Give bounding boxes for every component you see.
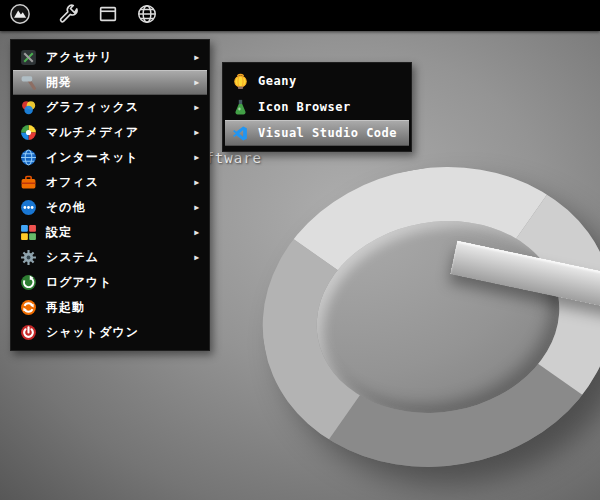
shutdown-icon [20, 324, 37, 341]
menu-item-label: グラフィックス [46, 99, 139, 116]
submenu-arrow-icon: ▶ [194, 228, 200, 237]
submenu-item-label: Geany [258, 74, 297, 88]
vscode-icon [232, 125, 249, 142]
menu-item-shutdown[interactable]: シャットダウン [13, 320, 207, 345]
menu-item-internet[interactable]: インターネット ▶ [13, 145, 207, 170]
submenu-arrow-icon: ▶ [194, 253, 200, 262]
development-submenu: Geany Icon Browser Visual Studio Code [222, 62, 412, 152]
menu-item-accessories[interactable]: アクセサリ ▶ [13, 45, 207, 70]
wrench-icon [58, 3, 80, 28]
development-icon [20, 74, 37, 91]
menu-item-label: ログアウト [46, 274, 112, 291]
menu-item-label: インターネット [46, 149, 139, 166]
menu-item-restart[interactable]: 再起動 [13, 295, 207, 320]
office-icon [20, 174, 37, 191]
g-emblem-ring [239, 140, 600, 495]
menu-item-label: アクセサリ [46, 49, 112, 66]
submenu-item-label: Visual Studio Code [258, 126, 397, 140]
menu-item-multimedia[interactable]: マルチメディア ▶ [13, 120, 207, 145]
accessories-icon [20, 49, 37, 66]
multimedia-icon [20, 124, 37, 141]
submenu-item-visual-studio-code[interactable]: Visual Studio Code [225, 120, 409, 146]
network-globe-button[interactable] [134, 3, 160, 29]
menu-item-logout[interactable]: ログアウト [13, 270, 207, 295]
submenu-item-icon-browser[interactable]: Icon Browser [225, 94, 409, 120]
submenu-arrow-icon: ▶ [194, 153, 200, 162]
submenu-arrow-icon: ▶ [194, 78, 200, 87]
app-menu-button[interactable] [7, 3, 33, 29]
geany-icon [232, 73, 249, 90]
submenu-arrow-icon: ▶ [194, 103, 200, 112]
submenu-item-geany[interactable]: Geany [225, 68, 409, 94]
menu-item-system[interactable]: システム ▶ [13, 245, 207, 270]
internet-icon [20, 149, 37, 166]
icon-browser-icon [232, 99, 249, 116]
settings-icon [20, 224, 37, 241]
menu-item-label: 再起動 [46, 299, 85, 316]
submenu-arrow-icon: ▶ [194, 53, 200, 62]
system-icon [20, 249, 37, 266]
taskbar [0, 0, 600, 31]
window-list-button[interactable] [95, 3, 121, 29]
tools-button[interactable] [56, 3, 82, 29]
menu-item-label: その他 [46, 199, 86, 216]
submenu-item-label: Icon Browser [258, 100, 351, 114]
menu-item-label: シャットダウン [46, 324, 139, 341]
menu-item-graphics[interactable]: グラフィックス ▶ [13, 95, 207, 120]
menu-item-settings[interactable]: 設定 ▶ [13, 220, 207, 245]
menu-item-others[interactable]: その他 ▶ [13, 195, 207, 220]
menu-item-label: 設定 [46, 224, 72, 241]
menu-item-label: マルチメディア [46, 124, 139, 141]
menu-item-label: システム [46, 249, 99, 266]
applications-menu: アクセサリ ▶ 開発 ▶ グラフィックス ▶ マルチメディア ▶ インターネット… [10, 39, 210, 351]
submenu-arrow-icon: ▶ [194, 178, 200, 187]
submenu-arrow-icon: ▶ [194, 128, 200, 137]
app-menu-logo-icon [9, 3, 31, 28]
restart-icon [20, 299, 37, 316]
window-icon [97, 3, 119, 28]
menu-item-office[interactable]: オフィス ▶ [13, 170, 207, 195]
menu-item-label: 開発 [46, 74, 72, 91]
submenu-arrow-icon: ▶ [194, 203, 200, 212]
menu-item-development[interactable]: 開発 ▶ [13, 70, 207, 95]
graphics-icon [20, 99, 37, 116]
logout-icon [20, 274, 37, 291]
others-icon [20, 199, 37, 216]
menu-item-label: オフィス [46, 174, 99, 191]
globe-icon [136, 3, 158, 28]
